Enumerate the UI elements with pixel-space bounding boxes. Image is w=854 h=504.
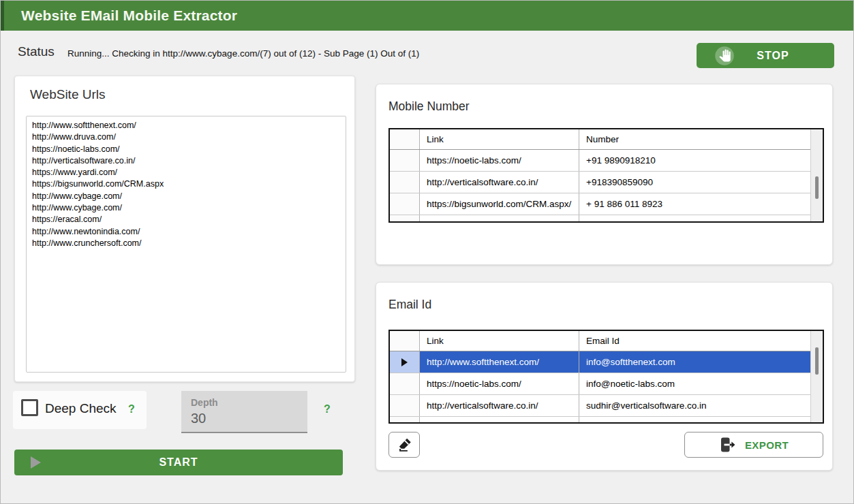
table-row[interactable]: http://verticalsoftware.co.in/ sudhir@ve… <box>390 395 810 417</box>
table-row-partial[interactable]: http://www.cybage.com/ +91 20 66044700 <box>390 215 810 223</box>
depth-field-label: Depth <box>191 397 218 408</box>
column-header-link: Link <box>420 129 579 149</box>
number-cell: + 91 886 011 8923 <box>579 193 810 215</box>
app-window: { "window": { "title": "Website EMail Mo… <box>0 0 854 504</box>
email-id-panel: Email Id Link Email Id http://www.softth… <box>376 282 833 471</box>
number-cell: +91 9890918210 <box>579 150 810 171</box>
status-label: Status <box>18 44 55 59</box>
row-header-cell <box>390 373 420 394</box>
link-cell: https://noetic-labs.com/ <box>420 150 579 171</box>
column-header-email: Email Id <box>579 331 810 351</box>
row-header-cell <box>390 172 420 193</box>
number-cell: +918390859090 <box>579 172 810 193</box>
start-button[interactable]: START <box>14 450 343 475</box>
table-row[interactable]: https://noetic-labs.com/ info@noetic-lab… <box>390 373 810 395</box>
mobile-number-table: Link Number https://noetic-labs.com/ +91… <box>388 128 824 223</box>
depth-field[interactable]: Depth 30 <box>181 391 307 433</box>
row-header-cell <box>390 331 420 351</box>
link-cell: https://noetic-labs.com/ <box>420 373 579 394</box>
deep-check-checkbox[interactable] <box>21 399 38 416</box>
number-cell: +91 20 66044700 <box>579 215 810 223</box>
email-cell: info@softthenext.com <box>579 351 810 373</box>
link-cell: http://verticalsoftware.co.in/ <box>420 395 579 416</box>
mobile-table-header: Link Number <box>390 129 810 150</box>
row-header-cell <box>390 417 420 424</box>
vertical-scrollbar[interactable] <box>810 331 823 422</box>
row-header-cell <box>390 129 420 149</box>
scrollbar-thumb[interactable] <box>815 347 819 375</box>
table-row[interactable]: http://verticalsoftware.co.in/ +91839085… <box>390 172 810 193</box>
column-header-number: Number <box>579 129 810 149</box>
mobile-number-panel: Mobile Number Link Number https://noetic… <box>376 84 833 265</box>
email-id-title: Email Id <box>388 298 431 312</box>
export-icon <box>719 436 737 454</box>
depth-field-value: 30 <box>191 411 206 426</box>
start-button-label: START <box>41 456 316 469</box>
clear-email-button[interactable] <box>388 432 420 458</box>
email-id-table: Link Email Id http://www.softthenext.com… <box>388 330 824 424</box>
deep-check-help-icon[interactable]: ? <box>128 403 135 415</box>
row-header-cell <box>390 395 420 416</box>
link-cell: https://bigsunworld.com/CRM.aspx/ <box>420 193 579 215</box>
vertical-scrollbar[interactable] <box>810 129 823 221</box>
stop-button-label: STOP <box>735 50 811 62</box>
column-header-link: Link <box>420 331 579 351</box>
email-cell: info@noetic-labs.com <box>579 373 810 394</box>
link-cell: http://www.softthenext.com/ <box>420 351 579 373</box>
website-urls-title: WebSite Urls <box>30 87 106 102</box>
row-header-cell <box>390 193 420 215</box>
email-cell: info@bigsunworld.com <box>579 417 810 424</box>
row-header-cell <box>390 150 420 171</box>
play-icon <box>31 456 41 469</box>
selected-row-arrow-icon <box>401 358 408 366</box>
deep-check-label: Deep Check <box>45 401 117 416</box>
website-urls-panel: WebSite Urls http://www.softthenext.com/… <box>14 76 355 382</box>
app-title: Website EMail Mobile Extractor <box>21 1 237 31</box>
stop-hand-icon <box>714 46 735 66</box>
table-row[interactable]: https://noetic-labs.com/ +91 9890918210 <box>390 150 810 172</box>
email-cell: sudhir@verticalsoftware.co.in <box>579 395 810 416</box>
row-header-cell <box>390 351 420 373</box>
row-header-cell <box>390 215 420 223</box>
link-cell: http://www.cybage.com/ <box>420 215 579 223</box>
mobile-number-title: Mobile Number <box>388 99 470 114</box>
title-bar: Website EMail Mobile Extractor <box>1 1 854 31</box>
link-cell: http://verticalsoftware.co.in/ <box>420 172 579 193</box>
scrollbar-thumb[interactable] <box>815 176 819 199</box>
eraser-icon <box>395 436 413 454</box>
table-row-partial[interactable]: https://bigsunworld.com/CRM.aspx/ info@b… <box>390 417 810 424</box>
link-cell: https://bigsunworld.com/CRM.aspx/ <box>420 417 579 424</box>
depth-help-icon[interactable]: ? <box>324 403 331 415</box>
website-urls-input[interactable]: http://www.softthenext.com/ http://www.d… <box>26 116 346 373</box>
stop-button[interactable]: STOP <box>697 43 834 68</box>
table-row-selected[interactable]: http://www.softthenext.com/ info@softthe… <box>390 351 810 373</box>
table-row[interactable]: https://bigsunworld.com/CRM.aspx/ + 91 8… <box>390 193 810 215</box>
status-message: Running... Checking in http://www.cybage… <box>67 48 419 59</box>
email-table-header: Link Email Id <box>390 331 810 351</box>
export-emails-label: EXPORT <box>745 439 789 451</box>
export-emails-button[interactable]: EXPORT <box>684 432 823 458</box>
